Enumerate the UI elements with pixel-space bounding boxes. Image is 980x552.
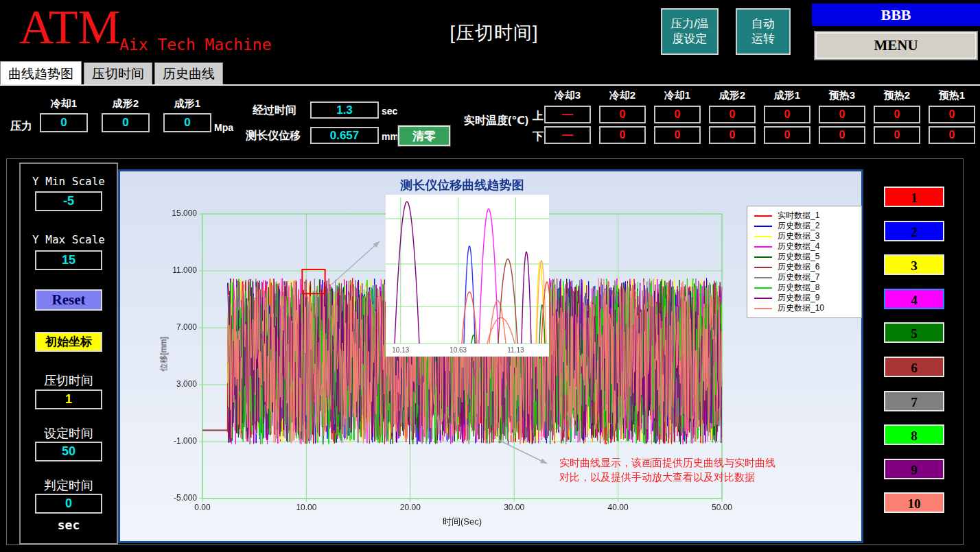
x-tick-label: 40.00 [598, 503, 639, 512]
set-time-input[interactable]: 50 [35, 442, 102, 461]
temp-column-header: 成形2 [709, 89, 756, 103]
elapsed-time-value: 1.3 [310, 101, 379, 119]
temp-cell: 0 [764, 106, 810, 123]
annotation-line: 对比，以及提供手动放大查看以及对比数据 [559, 470, 775, 484]
temp-cell: 0 [764, 126, 810, 144]
legend-line-sample [754, 236, 772, 237]
pressure-field-label: 成形2 [102, 97, 150, 110]
temp-column-header: 预热2 [874, 89, 920, 103]
pressure-field-label: 成形1 [163, 97, 211, 110]
temperature-table: 冷却3冷却2冷却1成形2成形1预热3预热2预热1—0000000—0000000 [544, 89, 975, 144]
realtime-temperature-label: 实时温度(℃) [464, 114, 528, 128]
curve-select-panel: 12345678910 [868, 160, 962, 544]
temp-cell: 0 [929, 126, 975, 144]
judge-time-label: 判定时间 [21, 477, 117, 494]
auto-run-line2: 运转 [741, 32, 785, 47]
temp-column-header: 冷却1 [654, 89, 701, 103]
legend-item: 历史数据_5 [754, 252, 857, 262]
pressure-temp-setting-line1: 压力/温 [666, 16, 713, 32]
app-logo: ATM [19, 0, 121, 55]
auto-run-button[interactable]: 自动 运转 [736, 8, 791, 55]
tab-bar: 曲线趋势图压切时间历史曲线 [0, 63, 980, 86]
y-tick-label: -5.000 [120, 493, 197, 503]
initial-coordinates-button[interactable]: 初始坐标 [35, 332, 102, 352]
tab-2[interactable]: 压切时间 [84, 62, 152, 84]
y-max-scale-input[interactable]: 15 [35, 250, 102, 270]
chart-settings-panel: Y Min Scale -5 Y Max Scale 15 Reset 初始坐标… [19, 163, 118, 544]
y-tick-label: 3.000 [120, 379, 197, 389]
tab-3[interactable]: 历史曲线 [154, 62, 223, 84]
zoom-inset-chart [386, 195, 549, 357]
temp-cell: 0 [599, 126, 646, 144]
legend-item: 历史数据_6 [754, 262, 857, 272]
chart-annotation-text: 实时曲线显示，该画面提供历史曲线与实时曲线对比，以及提供手动放大查看以及对比数据 [559, 455, 775, 484]
curve-button-3[interactable]: 3 [884, 254, 944, 275]
press-cut-time-input[interactable]: 1 [35, 389, 102, 409]
temp-column-header: 预热1 [929, 89, 975, 103]
temp-column-header: 冷却3 [544, 89, 591, 103]
temp-cell: 0 [709, 126, 756, 144]
y-tick-label: 11.000 [120, 265, 197, 275]
temp-cell: — [544, 106, 591, 123]
legend-line-sample [754, 308, 772, 309]
judge-time-input[interactable]: 0 [35, 494, 102, 514]
legend-line-sample [754, 246, 772, 248]
temp-cell: 0 [819, 106, 865, 123]
y-min-scale-input[interactable]: -5 [35, 191, 102, 211]
legend-line-sample [754, 287, 772, 289]
temp-cell: 0 [654, 106, 701, 123]
pressure-field-value: 0 [40, 113, 88, 132]
pressure-label: 压力 [10, 119, 32, 134]
pressure-group-1: 冷却10 [40, 97, 88, 132]
elapsed-time-label: 经过时间 [253, 104, 296, 118]
curve-button-2[interactable]: 2 [884, 221, 944, 241]
curve-button-1[interactable]: 1 [884, 187, 944, 207]
legend-item: 历史数据_4 [754, 241, 857, 252]
temp-cell: — [544, 126, 591, 144]
pressure-temp-setting-button[interactable]: 压力/温 度设定 [661, 8, 719, 55]
y-max-scale-label: Y Max Scale [21, 233, 117, 246]
pressure-unit: Mpa [214, 122, 233, 133]
legend-line-sample [754, 256, 772, 258]
clear-zero-button[interactable]: 清零 [398, 125, 450, 146]
status-banner: BBB [812, 3, 980, 26]
temp-column-header: 冷却2 [599, 89, 646, 103]
annotation-line: 实时曲线显示，该画面提供历史曲线与实时曲线 [559, 455, 775, 470]
menu-button[interactable]: MENU [814, 31, 978, 60]
pressure-field-value: 0 [102, 113, 150, 132]
control-strip: 压力 冷却10成形20成形10 Mpa 经过时间 1.3 sec 测长仪位移 0… [0, 88, 980, 158]
app-logo-subtitle: Aix Tech Machine [119, 36, 272, 53]
y-min-scale-label: Y Min Scale [21, 175, 117, 188]
curve-button-7[interactable]: 7 [884, 391, 944, 411]
curve-button-9[interactable]: 9 [884, 459, 944, 479]
pressure-group-2: 成形20 [102, 97, 150, 132]
legend-item: 历史数据_3 [754, 231, 857, 241]
temp-cell: 0 [819, 126, 865, 144]
legend-item: 历史数据_8 [754, 283, 857, 293]
curve-button-5[interactable]: 5 [884, 322, 944, 343]
legend-line-sample [754, 277, 772, 278]
seconds-unit-label: sec [21, 518, 117, 532]
curve-button-4[interactable]: 4 [884, 289, 944, 309]
x-axis-label: 时间(Sec) [202, 516, 722, 528]
tab-1[interactable]: 曲线趋势图 [0, 61, 82, 84]
set-time-label: 设定时间 [21, 425, 117, 442]
temp-cell: 0 [709, 106, 756, 123]
x-tick-label: 20.00 [390, 503, 431, 512]
displacement-unit: mm [382, 131, 399, 142]
temp-row-upper-label: 上 [533, 109, 544, 123]
chart-legend: 实时数据_1历史数据_2历史数据_3历史数据_4历史数据_5历史数据_6历史数据… [747, 206, 862, 318]
legend-line-sample [754, 226, 772, 227]
displacement-value: 0.657 [310, 127, 379, 144]
reset-button[interactable]: Reset [35, 289, 102, 311]
temp-cell: 0 [654, 126, 701, 144]
curve-button-6[interactable]: 6 [884, 357, 944, 377]
legend-item: 历史数据_2 [754, 221, 857, 231]
pressure-group-3: 成形10 [163, 97, 211, 132]
temp-cell: 0 [874, 106, 920, 123]
y-tick-label: 15.000 [120, 208, 197, 218]
curve-button-10[interactable]: 10 [884, 492, 944, 513]
press-cut-time-label: 压切时间 [21, 372, 117, 389]
curve-button-8[interactable]: 8 [884, 424, 944, 445]
legend-item: 实时数据_1 [754, 211, 857, 221]
